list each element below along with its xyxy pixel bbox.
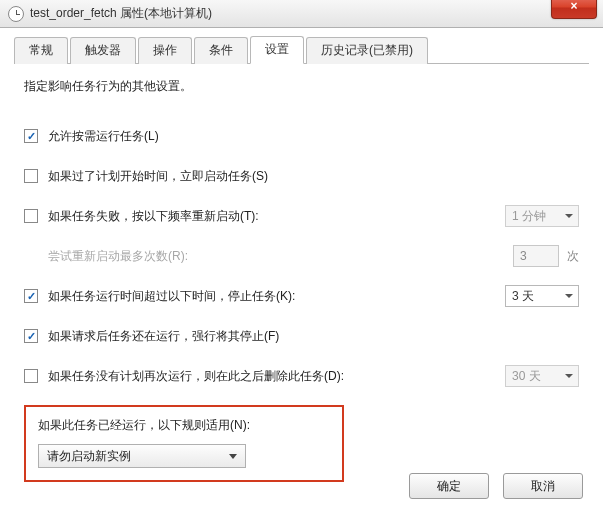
- checkbox-stop-if-longer[interactable]: [24, 289, 38, 303]
- tab-settings[interactable]: 设置: [250, 36, 304, 64]
- chevron-down-icon: [565, 294, 573, 298]
- close-button[interactable]: ×: [551, 0, 597, 19]
- settings-panel: 指定影响任务行为的其他设置。 允许按需运行任务(L) 如果过了计划开始时间，立即…: [14, 64, 589, 492]
- checkbox-restart-on-fail[interactable]: [24, 209, 38, 223]
- label-delete-if-not-scheduled: 如果任务没有计划再次运行，则在此之后删除此任务(D):: [48, 368, 344, 385]
- chevron-down-icon: [229, 454, 237, 459]
- panel-description: 指定影响任务行为的其他设置。: [24, 78, 579, 95]
- tab-actions[interactable]: 操作: [138, 37, 192, 64]
- highlighted-rule-section: 如果此任务已经运行，以下规则适用(N): 请勿启动新实例: [24, 405, 344, 482]
- row-run-asap: 如果过了计划开始时间，立即启动任务(S): [24, 165, 579, 187]
- dropdown-delete-after-value: 30 天: [512, 368, 541, 385]
- ok-button[interactable]: 确定: [409, 473, 489, 499]
- tab-triggers[interactable]: 触发器: [70, 37, 136, 64]
- tab-general[interactable]: 常规: [14, 37, 68, 64]
- chevron-down-icon: [565, 374, 573, 378]
- close-icon: ×: [570, 0, 577, 13]
- row-delete-if-not-scheduled: 如果任务没有计划再次运行，则在此之后删除此任务(D): 30 天: [24, 365, 579, 387]
- checkbox-allow-demand-run[interactable]: [24, 129, 38, 143]
- dialog-footer: 确定 取消: [409, 473, 583, 499]
- dropdown-rule-value: 请勿启动新实例: [47, 448, 131, 465]
- checkbox-run-asap[interactable]: [24, 169, 38, 183]
- row-stop-if-longer: 如果任务运行时间超过以下时间，停止任务(K): 3 天: [24, 285, 579, 307]
- dropdown-rule[interactable]: 请勿启动新实例: [38, 444, 246, 468]
- label-restart-on-fail: 如果任务失败，按以下频率重新启动(T):: [48, 208, 259, 225]
- tab-history[interactable]: 历史记录(已禁用): [306, 37, 428, 64]
- label-allow-demand-run: 允许按需运行任务(L): [48, 128, 159, 145]
- tab-strip: 常规 触发器 操作 条件 设置 历史记录(已禁用): [14, 38, 589, 64]
- label-rule: 如果此任务已经运行，以下规则适用(N):: [38, 417, 330, 434]
- checkbox-force-stop[interactable]: [24, 329, 38, 343]
- clock-icon: [8, 6, 24, 22]
- titlebar: test_order_fetch 属性(本地计算机) ×: [0, 0, 603, 28]
- label-retry-suffix: 次: [567, 248, 579, 265]
- dropdown-stop-duration[interactable]: 3 天: [505, 285, 579, 307]
- tab-conditions[interactable]: 条件: [194, 37, 248, 64]
- window-title: test_order_fetch 属性(本地计算机): [30, 5, 212, 22]
- row-retry-attempts: 尝试重新启动最多次数(R): 3 次: [24, 245, 579, 267]
- cancel-button[interactable]: 取消: [503, 473, 583, 499]
- dropdown-delete-after: 30 天: [505, 365, 579, 387]
- row-restart-on-fail: 如果任务失败，按以下频率重新启动(T): 1 分钟: [24, 205, 579, 227]
- label-run-asap: 如果过了计划开始时间，立即启动任务(S): [48, 168, 268, 185]
- dropdown-stop-duration-value: 3 天: [512, 288, 534, 305]
- label-stop-if-longer: 如果任务运行时间超过以下时间，停止任务(K):: [48, 288, 295, 305]
- label-retry-attempts: 尝试重新启动最多次数(R):: [48, 248, 188, 265]
- input-retry-attempts: 3: [513, 245, 559, 267]
- checkbox-delete-if-not-scheduled[interactable]: [24, 369, 38, 383]
- row-allow-demand-run: 允许按需运行任务(L): [24, 125, 579, 147]
- row-force-stop: 如果请求后任务还在运行，强行将其停止(F): [24, 325, 579, 347]
- chevron-down-icon: [565, 214, 573, 218]
- label-force-stop: 如果请求后任务还在运行，强行将其停止(F): [48, 328, 279, 345]
- content-area: 常规 触发器 操作 条件 设置 历史记录(已禁用) 指定影响任务行为的其他设置。…: [0, 28, 603, 504]
- dropdown-restart-interval[interactable]: 1 分钟: [505, 205, 579, 227]
- dropdown-restart-interval-value: 1 分钟: [512, 208, 546, 225]
- input-retry-attempts-value: 3: [520, 249, 527, 263]
